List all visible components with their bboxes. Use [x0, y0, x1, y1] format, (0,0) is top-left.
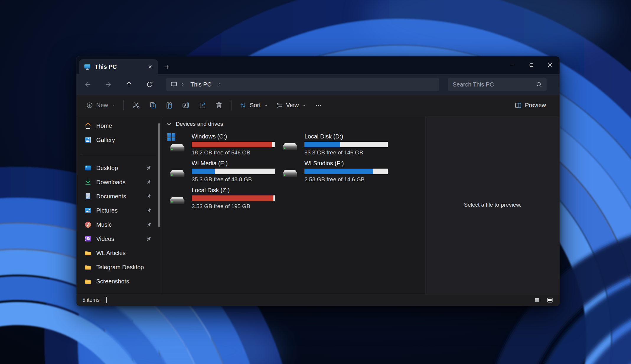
- drive-free-text: 3.53 GB free of 195 GB: [192, 203, 275, 210]
- command-bar: New Sort View: [76, 95, 560, 116]
- file-list-area: Devices and drives Windows (C:) 18.2 GB …: [161, 116, 425, 294]
- sidebar-scrollbar[interactable]: [158, 123, 160, 227]
- cut-icon: [132, 101, 140, 109]
- home-icon: [84, 122, 92, 130]
- breadcrumb-chevron[interactable]: [216, 81, 223, 88]
- drive-usage-bar: [304, 142, 388, 147]
- videos-icon: [84, 235, 92, 243]
- search-input[interactable]: [453, 81, 536, 88]
- view-button[interactable]: View: [272, 98, 310, 113]
- breadcrumb-chevron[interactable]: [179, 81, 186, 88]
- sidebar-item-desktop[interactable]: Desktop: [81, 161, 155, 175]
- items-count: 5 items: [82, 297, 100, 303]
- address-bar[interactable]: This PC: [166, 78, 439, 91]
- drive-tile-windows-c[interactable]: Windows (C:) 18.2 GB free of 546 GB: [167, 131, 280, 158]
- sidebar-item-wl-articles[interactable]: WL Articles: [81, 246, 155, 260]
- search-box[interactable]: [448, 78, 547, 91]
- drive-tile-wlstudios-f[interactable]: WLStudios (F:) 2.58 GB free of 14.6 GB: [280, 158, 393, 185]
- delete-button[interactable]: [211, 98, 227, 113]
- breadcrumb-this-pc[interactable]: This PC: [187, 81, 214, 88]
- drive-usage-fill: [192, 142, 272, 147]
- arrow-up-icon: [125, 81, 133, 88]
- drive-tile-local-disk-z[interactable]: Local Disk (Z:) 3.53 GB free of 195 GB: [167, 185, 280, 212]
- chevron-down-icon[interactable]: [166, 121, 172, 127]
- tab-this-pc[interactable]: This PC: [79, 59, 158, 74]
- drive-usage-fill: [304, 169, 373, 174]
- titlebar[interactable]: This PC: [76, 56, 560, 74]
- preview-toggle-button[interactable]: Preview: [511, 98, 550, 113]
- status-bar: 5 items: [76, 294, 560, 306]
- drive-tile-wlmedia-e[interactable]: WLMedia (E:) 35.3 GB free of 48.8 GB: [167, 158, 280, 185]
- pin-icon: [146, 179, 152, 185]
- more-options-button[interactable]: [310, 98, 327, 113]
- sidebar-item-music[interactable]: Music: [81, 218, 155, 232]
- large-thumbnails-view-toggle[interactable]: [545, 296, 555, 304]
- minimize-button[interactable]: [503, 56, 522, 74]
- navigation-pane: Home Gallery Desktop Downloads Documents: [76, 116, 161, 294]
- sidebar-item-label: Music: [96, 221, 112, 228]
- chevron-down-icon: [302, 103, 306, 108]
- drive-usage-bar: [304, 169, 388, 174]
- folder-icon: [84, 263, 92, 271]
- close-icon: [148, 65, 152, 69]
- drive-free-text: 18.2 GB free of 546 GB: [192, 149, 275, 156]
- copy-button[interactable]: [144, 98, 161, 113]
- group-header-devices-and-drives[interactable]: Devices and drives: [161, 120, 425, 128]
- sidebar-item-downloads[interactable]: Downloads: [81, 175, 155, 189]
- navigation-bar: This PC: [76, 74, 560, 95]
- pin-icon: [146, 222, 152, 228]
- status-separator: [106, 297, 107, 303]
- downloads-icon: [84, 178, 92, 186]
- toolbar-separator: [231, 100, 231, 110]
- folder-icon: [84, 249, 92, 257]
- sidebar-item-label: WL Articles: [96, 250, 125, 257]
- sidebar-item-pictures[interactable]: Pictures: [81, 203, 155, 218]
- share-button[interactable]: [194, 98, 211, 113]
- details-view-toggle[interactable]: [532, 296, 542, 304]
- drive-tile-local-disk-d[interactable]: Local Disk (D:) 83.3 GB free of 146 GB: [280, 131, 393, 158]
- plus-circle-icon: [86, 102, 93, 109]
- back-button[interactable]: [81, 78, 94, 91]
- drive-name: Local Disk (Z:): [192, 187, 275, 194]
- chevron-right-icon: [180, 82, 185, 87]
- window-controls: [503, 56, 560, 74]
- up-button[interactable]: [123, 78, 136, 91]
- sort-button[interactable]: Sort: [236, 98, 272, 113]
- drive-icon: [167, 162, 187, 181]
- tab-title: This PC: [95, 63, 145, 70]
- drive-usage-bar: [192, 169, 275, 174]
- drive-usage-fill: [304, 142, 340, 147]
- share-icon: [198, 101, 206, 109]
- sidebar-item-label: Screenshots: [96, 278, 129, 285]
- drive-name: Windows (C:): [192, 133, 275, 140]
- forward-button[interactable]: [102, 78, 115, 91]
- sidebar-item-gallery[interactable]: Gallery: [81, 133, 155, 147]
- pictures-icon: [84, 207, 92, 214]
- sidebar-item-telegram-desktop[interactable]: Telegram Desktop: [81, 260, 155, 274]
- pin-icon: [146, 193, 152, 199]
- rename-icon: [182, 101, 190, 109]
- maximize-button[interactable]: [522, 56, 541, 74]
- sort-icon: [239, 102, 247, 109]
- sidebar-item-label: Telegram Desktop: [96, 264, 144, 271]
- trash-icon: [215, 101, 223, 109]
- sidebar-item-label: Downloads: [96, 179, 125, 186]
- sidebar-item-home[interactable]: Home: [81, 119, 155, 133]
- sidebar-item-videos[interactable]: Videos: [81, 232, 155, 246]
- new-tab-button[interactable]: [161, 60, 174, 73]
- rename-button[interactable]: [177, 98, 194, 113]
- refresh-button[interactable]: [143, 78, 156, 91]
- new-button[interactable]: New: [82, 98, 119, 113]
- sidebar-item-screenshots[interactable]: Screenshots: [81, 274, 155, 288]
- tab-close-button[interactable]: [145, 62, 155, 71]
- search-icon[interactable]: [536, 81, 542, 88]
- paste-button[interactable]: [161, 98, 177, 113]
- music-icon: [84, 221, 92, 228]
- cut-button[interactable]: [128, 98, 144, 113]
- preview-label: Preview: [525, 102, 546, 109]
- folder-icon: [84, 278, 92, 285]
- desktop-icon: [84, 164, 92, 172]
- paste-icon: [165, 101, 173, 109]
- close-window-button[interactable]: [541, 56, 560, 74]
- sidebar-item-documents[interactable]: Documents: [81, 189, 155, 203]
